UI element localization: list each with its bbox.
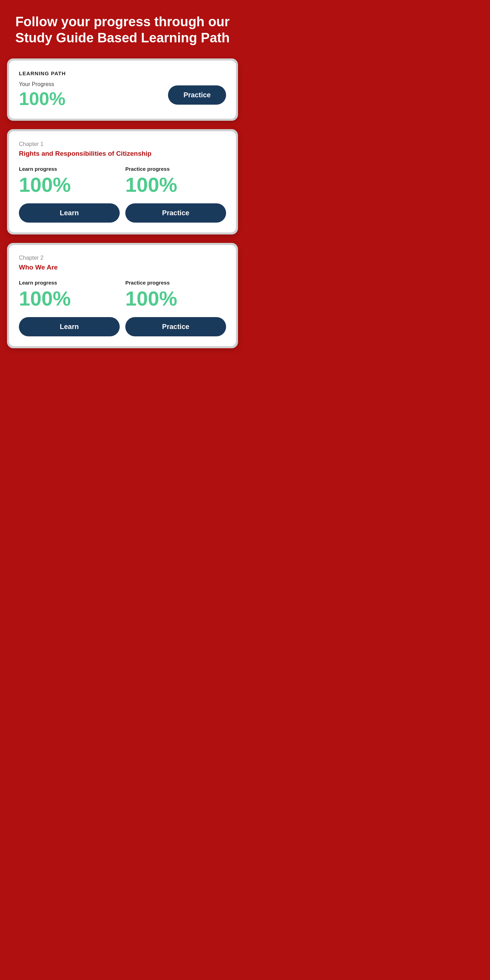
chapter-learn-button-2[interactable]: Learn	[19, 317, 120, 336]
practice-progress-col-2: Practice progress 100%	[125, 280, 226, 309]
learn-progress-value-2: 100%	[19, 288, 71, 309]
learn-progress-col-2: Learn progress 100%	[19, 280, 120, 309]
chapter-card-inner-2: Chapter 2 Who We Are Learn progress 100%…	[9, 245, 236, 346]
learning-path-label: LEARNING PATH	[19, 70, 226, 76]
practice-progress-value-2: 100%	[125, 288, 177, 309]
your-progress-label: Your Progress	[19, 81, 65, 88]
learn-progress-label-2: Learn progress	[19, 280, 57, 286]
chapter-title-1: Rights and Responsibilities of Citizensh…	[19, 150, 226, 158]
learning-path-progress-percent: 100%	[19, 89, 65, 109]
learning-path-progress-row: Your Progress 100% Practice	[19, 81, 226, 109]
chapter-practice-button-2[interactable]: Practice	[125, 317, 226, 336]
learning-path-practice-button[interactable]: Practice	[168, 85, 226, 105]
chapter-progress-section-1: Learn progress 100% Practice progress 10…	[19, 166, 226, 195]
chapter-progress-section-2: Learn progress 100% Practice progress 10…	[19, 280, 226, 309]
chapter-label-2: Chapter 2	[19, 255, 226, 261]
practice-progress-label-1: Practice progress	[125, 166, 170, 172]
learn-progress-value-1: 100%	[19, 175, 71, 195]
chapter-practice-button-1[interactable]: Practice	[125, 204, 226, 223]
practice-progress-value-1: 100%	[125, 175, 177, 195]
learn-progress-label-1: Learn progress	[19, 166, 57, 172]
page-container: Follow your progress through our Study G…	[0, 0, 245, 371]
chapter-card-2: Chapter 2 Who We Are Learn progress 100%…	[7, 243, 238, 348]
chapter-card-1: Chapter 1 Rights and Responsibilities of…	[7, 129, 238, 234]
chapter-btn-row-1: Learn Practice	[19, 204, 226, 223]
chapter-card-inner-1: Chapter 1 Rights and Responsibilities of…	[9, 131, 236, 232]
chapter-title-2: Who We Are	[19, 263, 226, 272]
learning-path-summary-inner: LEARNING PATH Your Progress 100% Practic…	[9, 60, 236, 119]
learning-path-summary-card: LEARNING PATH Your Progress 100% Practic…	[7, 59, 238, 121]
learn-progress-col-1: Learn progress 100%	[19, 166, 120, 195]
hero-title: Follow your progress through our Study G…	[7, 14, 238, 46]
chapter-btn-row-2: Learn Practice	[19, 317, 226, 336]
chapter-label-1: Chapter 1	[19, 141, 226, 147]
learning-path-progress-col: Your Progress 100%	[19, 81, 65, 109]
chapter-learn-button-1[interactable]: Learn	[19, 204, 120, 223]
practice-progress-label-2: Practice progress	[125, 280, 170, 286]
practice-progress-col-1: Practice progress 100%	[125, 166, 226, 195]
chapters-container: Chapter 1 Rights and Responsibilities of…	[7, 129, 238, 348]
